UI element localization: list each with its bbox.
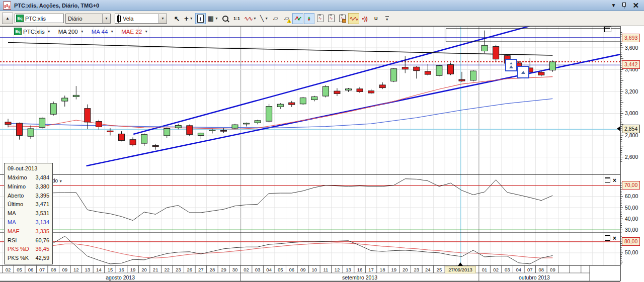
svg-text:08: 08 <box>539 267 544 272</box>
info-icon[interactable]: i <box>195 13 206 24</box>
svg-text:22: 22 <box>164 267 170 272</box>
svg-text:16: 16 <box>119 267 124 272</box>
drawing-anchor-handle[interactable] <box>505 59 517 71</box>
svg-text:60,00: 60,00 <box>625 193 638 199</box>
legend-symbol[interactable]: PTC:xlis <box>23 29 45 35</box>
svg-text:12: 12 <box>335 267 340 272</box>
trendline-icon[interactable]: ╲▼ <box>259 13 270 24</box>
paste-indicator-icon[interactable]: ∿ <box>315 13 326 24</box>
svg-text:50,00: 50,00 <box>625 249 638 255</box>
chevron-down-icon: ▼ <box>102 14 110 23</box>
restore-pane-icon[interactable] <box>605 177 610 183</box>
legend-ma44[interactable]: MA 44▼ <box>92 29 114 35</box>
paste-window-icon[interactable]: ∿ <box>337 13 348 24</box>
grid-icon[interactable]: ▦▼ <box>206 13 220 24</box>
pin-icon[interactable] <box>622 3 626 9</box>
svg-text:19: 19 <box>391 267 396 272</box>
svg-text:agosto 2013: agosto 2013 <box>106 274 135 280</box>
collapse-button[interactable]: ▲ <box>2 13 13 24</box>
pks-level-label-80: 80,00 <box>622 237 640 246</box>
menu-down-icon[interactable]: ▼ <box>611 3 616 8</box>
eraser-icon[interactable]: ▱ <box>270 13 281 24</box>
legend-mae22[interactable]: MAE 22▼ <box>121 29 148 35</box>
scale-arrows-icon[interactable]: ↗↙ <box>292 13 303 24</box>
chart-type-select[interactable]: Vela ▼ <box>115 14 167 24</box>
svg-text:26: 26 <box>187 267 193 272</box>
chart-legend: Eq PTC:xlis▼ MA 200▼ MA 44▼ MAE 22▼ <box>14 28 148 35</box>
alerts-icon[interactable]: •)) <box>360 13 370 24</box>
rsi-level-label-70: 70,00 <box>622 181 640 190</box>
close-pane-icon[interactable]: × <box>613 236 616 240</box>
svg-text:24: 24 <box>425 267 431 272</box>
indicators-icon[interactable]: ∿∿▼ <box>243 13 258 24</box>
pks-pane-buttons: × <box>605 235 616 241</box>
svg-text:07: 07 <box>39 267 45 272</box>
svg-text:20: 20 <box>403 267 408 272</box>
svg-text:30,00: 30,00 <box>625 227 638 233</box>
price-level-label-3442: 3,442 <box>622 60 640 69</box>
svg-text:50,00: 50,00 <box>625 205 638 211</box>
svg-text:07: 07 <box>527 267 533 272</box>
period-select[interactable]: Diário ▼ <box>65 14 111 24</box>
one-to-one-icon[interactable]: 1:1 <box>231 13 242 24</box>
rectangle-selection-handle-icon[interactable] <box>604 27 611 32</box>
candle-icon <box>117 16 121 22</box>
price-level-label-2854: 2,854 <box>622 125 640 133</box>
svg-text:16: 16 <box>357 267 363 272</box>
magnet-icon[interactable]: U <box>371 13 381 24</box>
close-pane-icon[interactable]: × <box>613 178 616 182</box>
data-tooltip: 09-out-2013 Máximo3,484Mínimo3,380Aberto… <box>4 163 53 264</box>
more-tools-icon[interactable]: ▼ <box>382 13 392 24</box>
restore-pane-icon[interactable] <box>605 235 610 241</box>
svg-text:15: 15 <box>108 267 113 272</box>
period-value: Diário <box>66 16 102 22</box>
price-marker-arrow-icon <box>617 126 620 131</box>
svg-text:01: 01 <box>482 267 488 272</box>
tooltip-row: Último3,471 <box>5 200 52 209</box>
symbol-value: PTC:xlis <box>25 16 46 22</box>
svg-text:40,00: 40,00 <box>625 216 638 222</box>
auto-scale-icon[interactable]: ▲▼ <box>304 13 314 24</box>
cursor-date-label: 27/09/2013 <box>445 266 476 273</box>
svg-text:06: 06 <box>289 267 294 272</box>
pointer-icon[interactable]: ↖ <box>172 13 182 24</box>
svg-text:04: 04 <box>266 267 272 272</box>
zoom-icon[interactable] <box>220 13 231 24</box>
svg-text:02: 02 <box>6 267 11 272</box>
legend-ma200[interactable]: MA 200▼ <box>58 29 84 35</box>
svg-text:17: 17 <box>368 267 374 272</box>
tooltip-date: 09-out-2013 <box>5 164 52 173</box>
svg-text:02: 02 <box>244 267 249 272</box>
svg-text:04: 04 <box>516 267 521 272</box>
svg-text:25: 25 <box>437 267 442 272</box>
svg-text:09: 09 <box>62 267 67 272</box>
rsi-pane-buttons: × <box>605 177 616 183</box>
crosshair-icon[interactable]: +▼ <box>183 13 195 24</box>
rsi-pane-label-partial[interactable]: do▼ <box>52 178 62 183</box>
erase-all-icon[interactable]: ▱! <box>281 13 292 24</box>
show-indicators-icon[interactable]: ∿∿ <box>348 13 359 24</box>
svg-text:03: 03 <box>255 267 261 272</box>
chevron-down-icon: ▼ <box>158 14 167 23</box>
window-title: PTC:xlis, Acções, Diário, TMG+0 <box>14 3 99 9</box>
price-chart-svg[interactable]: 0205060708091213141516192021222326272829… <box>0 26 644 282</box>
svg-text:30: 30 <box>232 267 238 272</box>
svg-text:20: 20 <box>141 267 147 272</box>
tooltip-row: Aberto3,395 <box>5 192 52 201</box>
paste-study-icon[interactable]: ∿ <box>326 13 337 24</box>
svg-text:3,200: 3,200 <box>625 88 638 95</box>
svg-text:08: 08 <box>51 267 56 272</box>
symbol-input[interactable]: Eq PTC:xlis <box>15 14 64 23</box>
equity-badge-icon: Eq <box>14 28 22 35</box>
close-icon[interactable]: ✕ <box>632 2 639 9</box>
toolbar: ▲ Eq PTC:xlis Diário ▼ Vela ▼ ↖+▼i▦▼1:1∿… <box>0 11 644 26</box>
price-level-label-3693: 3,693 <box>622 34 640 42</box>
window-controls: ▼ ✕ <box>611 2 641 9</box>
svg-text:18: 18 <box>380 267 385 272</box>
svg-text:14: 14 <box>96 267 102 272</box>
svg-text:27: 27 <box>198 267 204 272</box>
svg-text:02: 02 <box>493 267 499 272</box>
drawing-anchor-handle[interactable] <box>517 66 529 78</box>
svg-text:3,000: 3,000 <box>625 110 638 116</box>
title-bar: PTC:xlis, Acções, Diário, TMG+0 ▼ ✕ <box>0 0 644 11</box>
